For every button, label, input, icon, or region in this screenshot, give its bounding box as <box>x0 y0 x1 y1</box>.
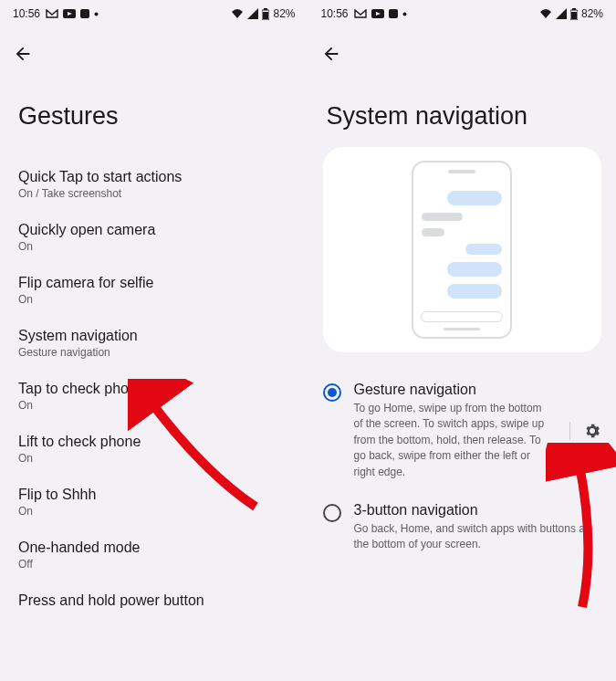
setting-title: Flip camera for selfie <box>18 275 290 291</box>
setting-title: Lift to check phone <box>18 434 290 450</box>
status-left-icons <box>354 9 407 18</box>
svg-point-2 <box>95 12 99 16</box>
battery-percent: 82% <box>581 7 603 20</box>
status-time: 10:56 <box>321 7 349 20</box>
setting-sub: On <box>18 399 290 412</box>
status-bar: 10:56 82% <box>0 0 308 27</box>
setting-title: System navigation <box>18 328 290 344</box>
status-time: 10:56 <box>13 7 40 20</box>
setting-title: One-handed mode <box>18 540 290 556</box>
setting-system-navigation[interactable]: System navigation Gesture navigation <box>0 317 308 370</box>
status-left-icons <box>46 9 99 18</box>
setting-sub: Gesture navigation <box>18 346 290 359</box>
dot-icon <box>94 12 99 16</box>
wifi-icon <box>231 8 244 19</box>
square-icon <box>80 9 89 18</box>
setting-sub: On <box>18 505 290 518</box>
arrow-left-icon <box>13 44 33 64</box>
svg-rect-1 <box>80 9 89 18</box>
signal-icon <box>247 8 258 19</box>
youtube-icon <box>371 9 384 18</box>
setting-open-camera[interactable]: Quickly open camera On <box>0 211 308 264</box>
setting-title: Quick Tap to start actions <box>18 169 290 185</box>
setting-sub: On <box>18 240 290 253</box>
gestures-screen: 10:56 82% Gestures Quick Tap to start ac… <box>0 0 308 681</box>
svg-rect-7 <box>389 9 398 18</box>
battery-icon <box>570 8 578 20</box>
setting-sub: On / Take screenshot <box>18 187 290 200</box>
battery-percent: 82% <box>273 7 295 20</box>
back-button[interactable] <box>308 27 617 77</box>
arrow-left-icon <box>321 44 341 64</box>
status-bar: 10:56 82% <box>308 0 617 27</box>
option-title: Gesture navigation <box>354 382 552 398</box>
system-navigation-screen: 10:56 82% System navigation <box>308 0 617 681</box>
setting-lift-check[interactable]: Lift to check phone On <box>0 423 308 476</box>
svg-point-8 <box>402 12 406 16</box>
battery-icon <box>262 8 269 20</box>
radio-unselected-icon <box>323 504 341 522</box>
setting-flip-camera[interactable]: Flip camera for selfie On <box>0 264 308 317</box>
setting-sub: On <box>18 452 290 465</box>
gmail-icon <box>354 9 367 18</box>
youtube-icon <box>63 9 76 18</box>
setting-title: Tap to check phone <box>18 381 290 397</box>
setting-sub: On <box>18 293 290 306</box>
navigation-illustration <box>323 147 602 352</box>
gmail-icon <box>46 9 58 18</box>
svg-rect-5 <box>263 12 268 19</box>
option-3-button-navigation[interactable]: 3-button navigation Go back, Home, and s… <box>308 491 617 564</box>
setting-quick-tap[interactable]: Quick Tap to start actions On / Take scr… <box>0 158 308 211</box>
setting-title: Press and hold power button <box>18 592 290 609</box>
setting-tap-check[interactable]: Tap to check phone On <box>0 370 308 423</box>
setting-title: Flip to Shhh <box>18 487 290 503</box>
setting-sub: Off <box>18 558 290 571</box>
page-title: System navigation <box>308 77 617 147</box>
svg-rect-11 <box>571 12 577 19</box>
setting-power-button[interactable]: Press and hold power button <box>0 581 308 620</box>
option-desc: Go back, Home, and switch apps with butt… <box>354 521 602 553</box>
option-desc: To go Home, swipe up from the bottom of … <box>354 401 552 480</box>
dot-icon <box>402 12 407 16</box>
square-icon <box>389 9 398 18</box>
back-button[interactable] <box>0 27 308 77</box>
page-title: Gestures <box>0 77 308 158</box>
setting-title: Quickly open camera <box>18 222 290 238</box>
phone-mockup <box>412 161 512 339</box>
signal-icon <box>556 8 567 19</box>
gesture-settings-button[interactable] <box>569 422 601 440</box>
gear-icon <box>583 422 601 440</box>
wifi-icon <box>539 8 552 19</box>
radio-selected-icon <box>323 383 341 402</box>
option-gesture-navigation[interactable]: Gesture navigation To go Home, swipe up … <box>308 371 617 491</box>
setting-flip-shhh[interactable]: Flip to Shhh On <box>0 476 308 529</box>
setting-one-handed[interactable]: One-handed mode Off <box>0 529 308 581</box>
option-title: 3-button navigation <box>354 502 602 519</box>
